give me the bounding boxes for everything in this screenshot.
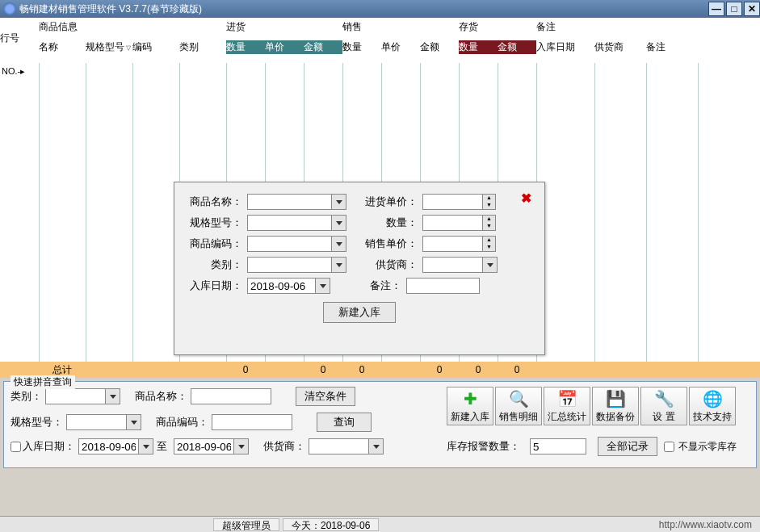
hide-zero-label[interactable]: 不显示零库存 <box>664 440 737 454</box>
qty-input[interactable] <box>422 215 483 231</box>
all-records-button[interactable]: 全部记录 <box>598 437 657 456</box>
date-to-input[interactable] <box>174 438 234 455</box>
col-name[interactable]: 名称 <box>39 40 86 54</box>
supplier-input[interactable] <box>422 257 483 273</box>
group-product-info: 商品信息 <box>39 18 226 40</box>
date-checkbox[interactable] <box>10 442 21 452</box>
hide-zero-checkbox[interactable] <box>664 442 674 452</box>
lbl-product-code: 商品编码： <box>186 237 242 251</box>
totals-row: 总计 0 0 0 0 0 0 <box>0 362 760 378</box>
group-remark: 备注 <box>536 18 698 40</box>
close-button[interactable]: ✕ <box>744 2 760 16</box>
lbl-in-date: 入库日期： <box>186 279 242 293</box>
col-sales-price[interactable]: 单价 <box>381 40 420 54</box>
s-code-input[interactable] <box>212 414 292 430</box>
lbl-remark: 备注： <box>345 279 401 293</box>
totals-label: 总计 <box>39 363 86 377</box>
lbl-s-name: 商品名称： <box>135 389 187 404</box>
dropdown-icon[interactable] <box>127 414 141 430</box>
lbl-s-supplier: 供货商： <box>263 439 305 454</box>
col-purchase-amount[interactable]: 金额 <box>304 40 342 54</box>
calendar-icon: 📅 <box>557 389 577 408</box>
remark-input[interactable] <box>406 278 480 294</box>
lbl-purchase-price: 进货单价： <box>361 195 418 209</box>
col-purchase-qty[interactable]: 数量 <box>226 40 265 54</box>
group-sales: 销售 <box>342 18 459 40</box>
filter-icon[interactable]: ▽ <box>126 44 131 52</box>
globe-icon: 🌐 <box>703 389 722 408</box>
col-supplier[interactable]: 供货商 <box>594 40 646 54</box>
lbl-product-name: 商品名称： <box>186 195 242 209</box>
col-rowno[interactable]: 行号 <box>0 18 39 63</box>
minimize-button[interactable]: — <box>708 2 724 16</box>
group-stock: 存货 <box>459 18 536 40</box>
s-category-input[interactable] <box>45 388 106 404</box>
plus-icon: ✚ <box>460 389 480 408</box>
dropdown-icon[interactable] <box>483 257 498 273</box>
settings-button[interactable]: 🔧设 置 <box>640 387 687 425</box>
s-supplier-input[interactable] <box>309 438 369 455</box>
maximize-button[interactable]: □ <box>726 2 742 16</box>
col-category[interactable]: 类别 <box>179 40 226 54</box>
disk-icon: 💾 <box>606 389 625 408</box>
col-purchase-price[interactable]: 单价 <box>265 40 304 54</box>
query-button[interactable]: 查询 <box>317 413 372 432</box>
col-code[interactable]: 编码 <box>132 40 179 54</box>
support-button[interactable]: 🌐技术支持 <box>689 387 736 425</box>
magnifier-icon: 🔍 <box>509 389 528 408</box>
col-note[interactable]: 备注 <box>646 40 698 54</box>
in-date-input[interactable] <box>247 278 316 294</box>
date-from-input[interactable] <box>78 438 139 455</box>
dropdown-icon[interactable] <box>106 388 120 404</box>
dropdown-icon[interactable] <box>316 278 330 294</box>
spinner-icon[interactable]: ▲▼ <box>483 215 496 231</box>
col-stock-amt[interactable]: 金额 <box>498 40 536 54</box>
clear-button[interactable]: 清空条件 <box>296 387 355 406</box>
backup-button[interactable]: 💾数据备份 <box>592 387 639 425</box>
spinner-icon[interactable]: ▲▼ <box>483 194 496 210</box>
dropdown-icon[interactable] <box>332 257 346 273</box>
gear-icon: 🔧 <box>654 389 674 408</box>
dialog-close-icon[interactable]: ✖ <box>521 191 531 206</box>
lbl-s-spec: 规格型号： <box>10 415 63 429</box>
category-input[interactable] <box>247 257 332 273</box>
dropdown-icon[interactable] <box>332 194 346 210</box>
s-name-input[interactable] <box>191 388 271 404</box>
dropdown-icon[interactable] <box>332 215 346 231</box>
toolbar: ✚新建入库 🔍销售明细 📅汇总统计 💾数据备份 🔧设 置 🌐技术支持 <box>447 387 736 425</box>
sales-detail-button[interactable]: 🔍销售明细 <box>495 387 542 425</box>
statusbar: 超级管理员 今天：2018-09-06 http://www.xiaotv.co… <box>0 516 760 532</box>
spec-input[interactable] <box>247 215 332 231</box>
dropdown-icon[interactable] <box>234 438 249 455</box>
dropdown-icon[interactable] <box>369 438 384 455</box>
dropdown-icon[interactable] <box>139 438 153 455</box>
status-url: http://www.xiaotv.com <box>659 519 752 530</box>
lbl-category: 类别： <box>186 258 242 272</box>
col-sales-qty[interactable]: 数量 <box>342 40 381 54</box>
row-marker: NO.‑▸ <box>2 66 25 77</box>
lbl-to: 至 <box>157 439 167 454</box>
lbl-s-code: 商品编码： <box>156 415 208 429</box>
status-today: 今天：2018-09-06 <box>283 518 379 531</box>
col-sales-amount[interactable]: 金额 <box>420 40 459 54</box>
alarm-label: 库存报警数量： <box>447 439 520 454</box>
purchase-price-input[interactable] <box>422 194 483 210</box>
new-entry-button[interactable]: 新建入库 <box>323 302 396 323</box>
group-purchase: 进货 <box>226 18 342 40</box>
col-stock-qty[interactable]: 数量 <box>459 40 498 54</box>
product-code-input[interactable] <box>247 236 332 252</box>
product-name-input[interactable] <box>247 194 332 210</box>
sale-price-input[interactable] <box>422 236 483 252</box>
new-in-button[interactable]: ✚新建入库 <box>447 387 493 425</box>
col-in-date[interactable]: 入库日期 <box>536 40 594 54</box>
spinner-icon[interactable]: ▲▼ <box>483 236 496 252</box>
col-spec[interactable]: 规格型号▽ <box>86 40 132 54</box>
lbl-sale-price: 销售单价： <box>361 237 418 251</box>
lbl-qty: 数量： <box>361 216 418 230</box>
alarm-input[interactable] <box>530 438 586 455</box>
dropdown-icon[interactable] <box>332 236 346 252</box>
s-spec-input[interactable] <box>66 414 127 430</box>
lbl-spec: 规格型号： <box>186 216 242 230</box>
window-title: 畅销建材销售管理软件 V3.7.7(春节珍藏版) <box>19 2 707 16</box>
summary-button[interactable]: 📅汇总统计 <box>544 387 590 425</box>
